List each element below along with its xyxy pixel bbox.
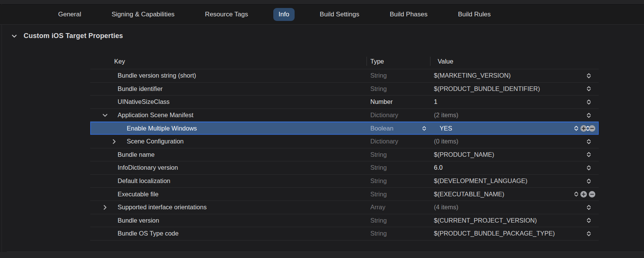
- value-cell[interactable]: (2 items): [430, 109, 599, 122]
- type-cell[interactable]: String: [367, 83, 430, 96]
- tab-build-settings[interactable]: Build Settings: [314, 8, 365, 21]
- pane-left-edge: [2, 4, 2, 258]
- stepper-icon[interactable]: [587, 178, 591, 184]
- stepper-icon[interactable]: [587, 231, 591, 237]
- section-title: Custom iOS Target Properties: [24, 32, 123, 40]
- key-cell[interactable]: InfoDictionary version: [90, 161, 367, 174]
- table-row[interactable]: Default localization String $(DEVELOPMEN…: [90, 174, 599, 188]
- tab-resource-tags[interactable]: Resource Tags: [200, 8, 253, 21]
- type-cell[interactable]: String: [367, 175, 430, 188]
- key-label: Scene Configuration: [127, 138, 184, 145]
- chevron-down-icon[interactable]: [11, 33, 17, 39]
- key-label: Supported interface orientations: [118, 204, 207, 211]
- table-body: Bundle version string (short) String $(M…: [90, 69, 599, 240]
- table-row[interactable]: Bundle version String $(CURRENT_PROJECT_…: [90, 214, 599, 227]
- value-cell[interactable]: $(EXECUTABLE_NAME): [430, 188, 599, 201]
- table-row[interactable]: Application Scene Manifest Dictionary (2…: [90, 108, 599, 122]
- remove-row-button[interactable]: [589, 191, 595, 197]
- tab-general[interactable]: General: [53, 8, 86, 21]
- stepper-icon[interactable]: [574, 191, 579, 197]
- next-section-edge: [0, 252, 644, 258]
- type-cell[interactable]: String: [367, 148, 430, 161]
- key-cell[interactable]: Bundle version string (short): [90, 69, 367, 82]
- table-row-selected[interactable]: Enable Multiple Windows Boolean YES: [90, 121, 599, 135]
- key-cell[interactable]: Scene Configuration: [90, 135, 367, 148]
- value-cell[interactable]: $(DEVELOPMENT_LANGUAGE): [430, 175, 599, 188]
- type-cell[interactable]: String: [367, 188, 430, 201]
- target-editor-tabbar: General Signing & Capabilities Resource …: [0, 5, 644, 25]
- key-cell[interactable]: Bundle OS Type code: [90, 227, 367, 240]
- table-row[interactable]: Bundle identifier String $(PRODUCT_BUNDL…: [90, 82, 599, 96]
- tab-build-rules[interactable]: Build Rules: [453, 8, 496, 21]
- column-header-type: Type: [367, 58, 434, 65]
- remove-row-button[interactable]: [589, 125, 595, 132]
- value-cell[interactable]: $(CURRENT_PROJECT_VERSION): [430, 214, 599, 227]
- table-row[interactable]: Bundle version string (short) String $(M…: [90, 69, 599, 82]
- type-cell[interactable]: Number: [367, 96, 430, 108]
- value-cell[interactable]: (0 items): [430, 135, 599, 148]
- key-cell[interactable]: Bundle identifier: [90, 83, 367, 96]
- type-cell[interactable]: Boolean: [367, 122, 430, 135]
- stepper-icon[interactable]: [587, 139, 591, 145]
- type-cell[interactable]: String: [367, 69, 430, 82]
- type-cell[interactable]: Dictionary: [367, 109, 430, 122]
- table-header-row: Key Type Value: [90, 54, 599, 69]
- value-cell[interactable]: 1: [430, 96, 599, 108]
- stepper-icon[interactable]: [587, 165, 591, 171]
- key-cell[interactable]: Bundle version: [90, 214, 367, 227]
- table-row[interactable]: Scene Configuration Dictionary (0 items): [90, 135, 599, 148]
- type-cell[interactable]: String: [367, 214, 430, 227]
- value-cell[interactable]: $(PRODUCT_BUNDLE_PACKAGE_TYPE): [430, 227, 599, 240]
- add-row-button[interactable]: [580, 191, 587, 197]
- stepper-icon[interactable]: [587, 217, 591, 223]
- stepper-icon[interactable]: [587, 86, 591, 92]
- stepper-icon[interactable]: [587, 112, 591, 118]
- value-cell[interactable]: (4 items): [430, 201, 599, 214]
- table-row[interactable]: Executable file String $(EXECUTABLE_NAME…: [90, 187, 599, 201]
- stepper-icon[interactable]: [587, 151, 591, 158]
- key-cell[interactable]: Default localization: [90, 175, 367, 188]
- chevron-down-icon[interactable]: [102, 113, 108, 118]
- tab-build-phases[interactable]: Build Phases: [384, 8, 433, 21]
- tab-signing-capabilities[interactable]: Signing & Capabilities: [106, 8, 180, 21]
- key-cell[interactable]: Bundle name: [90, 148, 367, 161]
- key-cell[interactable]: Supported interface orientations: [90, 201, 367, 214]
- stepper-icon[interactable]: [574, 125, 579, 131]
- type-popup-chevron-icon[interactable]: [422, 126, 426, 131]
- type-cell[interactable]: Array: [367, 201, 430, 214]
- type-cell[interactable]: String: [367, 227, 430, 240]
- add-row-button[interactable]: [580, 125, 587, 132]
- tab-group: General Signing & Capabilities Resource …: [53, 8, 496, 21]
- properties-table: Key Type Value Bundle version string (sh…: [90, 54, 599, 240]
- column-header-key: Key: [90, 58, 367, 65]
- value-label: YES: [440, 125, 452, 132]
- value-cell[interactable]: $(PRODUCT_BUNDLE_IDENTIFIER): [430, 83, 599, 96]
- value-cell[interactable]: $(MARKETING_VERSION): [430, 69, 599, 82]
- chevron-right-icon[interactable]: [112, 139, 117, 144]
- section-header-custom-ios-target-properties: Custom iOS Target Properties: [11, 32, 123, 40]
- stepper-icon[interactable]: [587, 204, 591, 210]
- value-cell[interactable]: 6.0: [430, 161, 599, 174]
- type-cell[interactable]: String: [367, 161, 430, 174]
- column-divider: [367, 57, 367, 66]
- key-cell[interactable]: Application Scene Manifest: [90, 109, 367, 122]
- key-cell[interactable]: UINativeSizeClass: [90, 96, 367, 108]
- type-label: Boolean: [370, 125, 394, 132]
- stepper-icon[interactable]: [587, 99, 591, 105]
- table-row[interactable]: InfoDictionary version String 6.0: [90, 161, 599, 174]
- key-label: Application Scene Manifest: [118, 111, 193, 119]
- table-row[interactable]: Bundle name String $(PRODUCT_NAME): [90, 148, 599, 161]
- value-cell[interactable]: $(PRODUCT_NAME): [430, 148, 599, 161]
- key-cell[interactable]: Executable file: [90, 188, 367, 201]
- table-row[interactable]: Supported interface orientations Array (…: [90, 201, 599, 214]
- table-row[interactable]: UINativeSizeClass Number 1: [90, 95, 599, 108]
- table-row[interactable]: Bundle OS Type code String $(PRODUCT_BUN…: [90, 227, 599, 240]
- type-cell[interactable]: Dictionary: [367, 135, 430, 148]
- stepper-icon[interactable]: [587, 73, 591, 79]
- key-cell[interactable]: Enable Multiple Windows: [90, 122, 367, 135]
- column-divider: [430, 57, 430, 66]
- tab-info[interactable]: Info: [273, 8, 295, 21]
- value-cell[interactable]: YES: [430, 122, 599, 135]
- window-top-edge: [0, 0, 644, 5]
- chevron-right-icon[interactable]: [102, 205, 108, 210]
